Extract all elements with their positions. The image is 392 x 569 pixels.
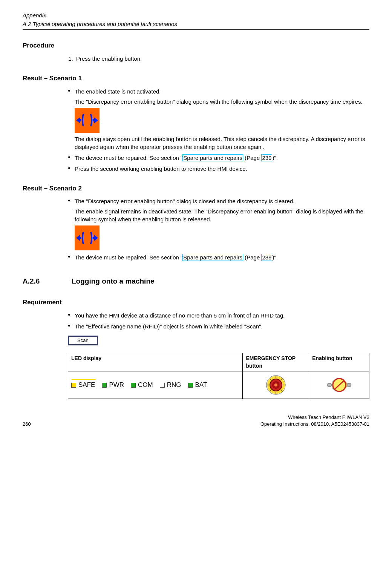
- scenario2-list: The "Discrepancy error enabling button" …: [60, 197, 369, 261]
- led-bat-label: BAT: [195, 380, 207, 390]
- discrepancy-arrows-icon: [76, 113, 98, 128]
- led-safe-label: SAFE: [78, 380, 95, 390]
- discrepancy-icon-2: [75, 225, 100, 250]
- scan-indicator: Scan: [68, 336, 98, 345]
- led-pwr-icon: [102, 383, 107, 388]
- table-header-row: LED display EMERGENCY STOP button Enabli…: [68, 353, 369, 371]
- led-row: SAFE PWR COM RNG: [71, 380, 239, 390]
- footer-doc-info: Operating Instructions, 08/2010, A5E0245…: [260, 421, 369, 428]
- requirement-item-1: You have the HMI device at a distance of…: [68, 311, 369, 319]
- scenario2-bullet2-post: )".: [272, 254, 278, 261]
- led-com-label: COM: [138, 380, 153, 390]
- led-bat: BAT: [188, 380, 207, 390]
- led-rng: RNG: [160, 380, 181, 390]
- page-link-239[interactable]: 239: [261, 154, 272, 161]
- scenario1-heading: Result – Scenario 1: [23, 74, 369, 83]
- page-footer: 260 Wireless Teach Pendant F IWLAN V2 Op…: [23, 414, 369, 428]
- scenario1-bullet1-text: The enabled state is not activated.: [75, 88, 161, 95]
- footer-right: Wireless Teach Pendant F IWLAN V2 Operat…: [260, 414, 369, 428]
- subsection-title: Logging onto a machine: [72, 276, 155, 287]
- page-number: 260: [23, 421, 31, 428]
- led-com-icon: [131, 383, 136, 388]
- svg-marker-0: [76, 117, 81, 123]
- header-rule: [23, 29, 369, 30]
- procedure-step-1: Press the enabling button.: [75, 55, 369, 63]
- svg-marker-1: [93, 117, 98, 123]
- svg-marker-3: [93, 235, 98, 241]
- scenario1-bullet2-mid: (Page: [243, 155, 261, 161]
- scenario1-item-2: The device must be repaired. See section…: [68, 154, 369, 162]
- spare-parts-link[interactable]: Spare parts and repairs: [182, 154, 243, 161]
- scenario2-heading: Result – Scenario 2: [23, 184, 369, 193]
- requirement-item-2: The "Effective range name (RFID)" object…: [68, 322, 369, 330]
- emergency-stop-icon: [265, 374, 286, 396]
- enabling-button-disabled-icon: [326, 377, 352, 393]
- requirement-list: You have the HMI device at a distance of…: [60, 311, 369, 330]
- svg-marker-2: [76, 235, 81, 241]
- svg-point-8: [274, 383, 277, 386]
- col-led: LED display: [68, 353, 243, 371]
- enabling-cell: [309, 371, 369, 399]
- header-section: A.2 Typical operating procedures and pot…: [23, 20, 369, 28]
- scenario2-bullet1-text: The "Discrepancy error enabling button" …: [75, 198, 294, 204]
- table-row: SAFE PWR COM RNG: [68, 371, 369, 399]
- scenario1-bullet2-post: )".: [272, 155, 278, 161]
- svg-rect-18: [328, 383, 331, 386]
- page-header: Appendix A.2 Typical operating procedure…: [23, 11, 369, 30]
- footer-doc-title: Wireless Teach Pendant F IWLAN V2: [260, 414, 369, 421]
- col-estop: EMERGENCY STOP button: [243, 353, 309, 371]
- scenario1-block: The enabled state is not activated. The …: [23, 87, 369, 173]
- led-rng-label: RNG: [167, 380, 181, 390]
- led-safe-icon: [71, 383, 76, 388]
- procedure-steps: Press the enabling button.: [60, 55, 369, 63]
- requirement-heading: Requirement: [23, 298, 369, 307]
- scenario2-para1: The enable signal remains in deactivated…: [75, 207, 369, 223]
- status-table: LED display EMERGENCY STOP button Enabli…: [68, 353, 369, 399]
- scenario1-item-1: The enabled state is not activated. The …: [68, 87, 369, 151]
- led-com: COM: [131, 380, 153, 390]
- discrepancy-arrows-icon: [76, 230, 98, 245]
- led-safe: SAFE: [71, 380, 95, 390]
- subsection-header: A.2.6 Logging onto a machine: [23, 276, 369, 287]
- scenario1-bullet2-pre: The device must be repaired. See section…: [75, 155, 182, 161]
- header-chapter: Appendix: [23, 11, 369, 19]
- scenario1-para1: The "Discrepancy error enabling button" …: [75, 98, 369, 106]
- led-pwr: PWR: [102, 380, 124, 390]
- led-rng-icon: [160, 383, 165, 388]
- scenario2-item-2: The device must be repaired. See section…: [68, 253, 369, 261]
- scenario2-block: The "Discrepancy error enabling button" …: [23, 197, 369, 261]
- procedure-heading: Procedure: [23, 41, 369, 50]
- col-enabling: Enabling button: [309, 353, 369, 371]
- scenario1-list: The enabled state is not activated. The …: [60, 87, 369, 173]
- procedure-block: Press the enabling button.: [23, 55, 369, 63]
- scenario2-bullet2-mid: (Page: [243, 254, 261, 261]
- estop-cell: [243, 371, 309, 399]
- subsection-number: A.2.6: [23, 276, 49, 287]
- led-pwr-label: PWR: [109, 380, 124, 390]
- scenario1-para2: The dialog stays open until the enabling…: [75, 135, 369, 151]
- scenario1-item-3: Press the second working enabling button…: [68, 165, 369, 173]
- scenario2-item-1: The "Discrepancy error enabling button" …: [68, 197, 369, 250]
- spare-parts-link-2[interactable]: Spare parts and repairs: [182, 254, 243, 261]
- scenario2-bullet2-pre: The device must be repaired. See section…: [75, 254, 182, 261]
- led-bat-icon: [188, 383, 193, 388]
- requirement-block: You have the HMI device at a distance of…: [23, 311, 369, 399]
- svg-rect-19: [347, 383, 351, 386]
- led-cell: SAFE PWR COM RNG: [68, 371, 243, 399]
- discrepancy-icon: [75, 108, 100, 133]
- page-link-239-2[interactable]: 239: [261, 254, 272, 261]
